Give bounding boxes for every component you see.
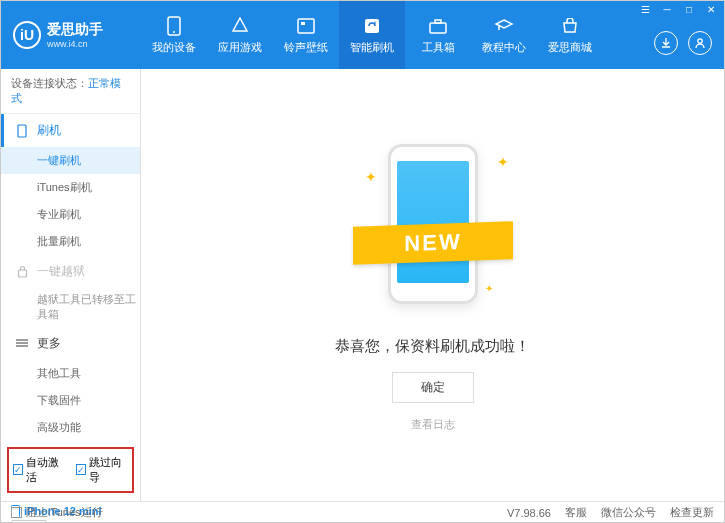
app-logo-icon: iU <box>13 21 41 49</box>
sidebar-item-advanced[interactable]: 高级功能 <box>1 414 140 441</box>
svg-point-1 <box>173 31 175 33</box>
app-title: 爱思助手 <box>47 21 103 39</box>
sidebar-jailbreak-header: 一键越狱 <box>1 255 140 288</box>
checkbox-skip-guide[interactable]: ✓跳过向导 <box>76 455 129 485</box>
phone-small-icon <box>15 124 29 138</box>
new-banner: NEW <box>353 221 513 265</box>
success-illustration: ✦ ✦ ✦ NEW <box>363 139 503 319</box>
body: 设备连接状态：正常模式 刷机 一键刷机 iTunes刷机 专业刷机 批量刷机 一… <box>1 69 724 501</box>
flash-icon <box>362 16 382 36</box>
svg-rect-8 <box>18 125 26 137</box>
checkbox-auto-activate[interactable]: ✓自动激活 <box>13 455 66 485</box>
success-message: 恭喜您，保资料刷机成功啦！ <box>335 337 530 356</box>
ok-button[interactable]: 确定 <box>392 372 474 403</box>
svg-rect-6 <box>435 20 441 23</box>
menu-icon[interactable]: ☰ <box>638 4 652 14</box>
sidebar-more-header[interactable]: 更多 <box>1 327 140 360</box>
checkmark-icon: ✓ <box>76 464 86 475</box>
sidebar-item-other-tools[interactable]: 其他工具 <box>1 360 140 387</box>
toolbox-icon <box>428 16 448 36</box>
minimize-button[interactable]: ─ <box>660 4 674 14</box>
close-button[interactable]: ✕ <box>704 4 718 14</box>
lock-icon <box>15 265 29 279</box>
nav-ringtones[interactable]: 铃声壁纸 <box>273 1 339 69</box>
svg-rect-3 <box>301 22 305 25</box>
sidebar-flash-header[interactable]: 刷机 <box>1 114 140 147</box>
block-itunes-label: 阻止iTunes运行 <box>26 505 103 520</box>
checkbox-block-itunes[interactable] <box>11 507 22 518</box>
sidebar-item-pro-flash[interactable]: 专业刷机 <box>1 201 140 228</box>
header-actions <box>654 31 712 55</box>
footer-service[interactable]: 客服 <box>565 505 587 520</box>
download-button[interactable] <box>654 31 678 55</box>
footer-wechat[interactable]: 微信公众号 <box>601 505 656 520</box>
jailbreak-note: 越狱工具已转移至工具箱 <box>1 288 140 327</box>
checkmark-icon: ✓ <box>13 464 23 475</box>
version-label: V7.98.66 <box>507 507 551 519</box>
footer-update[interactable]: 检查更新 <box>670 505 714 520</box>
more-icon <box>15 336 29 350</box>
sidebar: 设备连接状态：正常模式 刷机 一键刷机 iTunes刷机 专业刷机 批量刷机 一… <box>1 69 141 501</box>
nav-tutorials[interactable]: 教程中心 <box>471 1 537 69</box>
logo-area: iU 爱思助手 www.i4.cn <box>1 21 141 49</box>
window-controls: ☰ ─ □ ✕ <box>638 4 718 14</box>
app-url: www.i4.cn <box>47 39 103 49</box>
user-button[interactable] <box>688 31 712 55</box>
nav-my-device[interactable]: 我的设备 <box>141 1 207 69</box>
tutorial-icon <box>494 16 514 36</box>
main-content: ✦ ✦ ✦ NEW 恭喜您，保资料刷机成功啦！ 确定 查看日志 <box>141 69 724 501</box>
svg-rect-9 <box>18 270 26 277</box>
svg-rect-5 <box>430 23 446 33</box>
connection-status: 设备连接状态：正常模式 <box>1 69 140 114</box>
sidebar-item-batch-flash[interactable]: 批量刷机 <box>1 228 140 255</box>
svg-point-7 <box>698 39 702 43</box>
nav-store[interactable]: 爱思商城 <box>537 1 603 69</box>
apps-icon <box>230 16 250 36</box>
nav-toolbox[interactable]: 工具箱 <box>405 1 471 69</box>
phone-icon <box>164 16 184 36</box>
nav-smart-flash[interactable]: 智能刷机 <box>339 1 405 69</box>
wallpaper-icon <box>296 16 316 36</box>
sidebar-item-oneclick-flash[interactable]: 一键刷机 <box>1 147 140 174</box>
store-icon <box>560 16 580 36</box>
options-highlight-box: ✓自动激活 ✓跳过向导 <box>7 447 134 493</box>
maximize-button[interactable]: □ <box>682 4 696 14</box>
nav-apps-games[interactable]: 应用游戏 <box>207 1 273 69</box>
view-log-link[interactable]: 查看日志 <box>411 417 455 432</box>
svg-rect-2 <box>298 19 314 33</box>
main-nav: 我的设备 应用游戏 铃声壁纸 智能刷机 工具箱 教程中心 爱思商城 <box>141 1 724 69</box>
sidebar-item-download-firmware[interactable]: 下载固件 <box>1 387 140 414</box>
sidebar-item-itunes-flash[interactable]: iTunes刷机 <box>1 174 140 201</box>
app-header: iU 爱思助手 www.i4.cn 我的设备 应用游戏 铃声壁纸 智能刷机 工具… <box>1 1 724 69</box>
svg-rect-4 <box>365 19 379 33</box>
